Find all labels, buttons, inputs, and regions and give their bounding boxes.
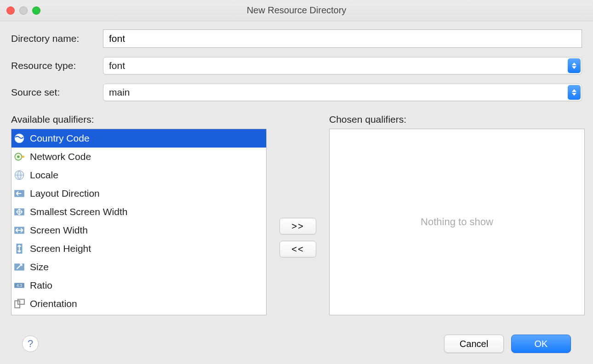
svg-point-2: [17, 155, 19, 158]
network-code-icon: [13, 151, 25, 163]
svg-rect-3: [22, 156, 24, 158]
list-item-label: Screen Height: [30, 243, 91, 254]
chosen-empty-placeholder: Nothing to show: [421, 216, 493, 228]
list-item[interactable]: 4:3Ratio: [11, 276, 266, 295]
dialog-title: New Resource Directory: [0, 5, 593, 16]
source-set-row: Source set: main: [11, 84, 582, 101]
list-item[interactable]: Size: [11, 258, 266, 276]
list-item[interactable]: Network Code: [11, 148, 266, 166]
chosen-qualifiers-list[interactable]: Nothing to show: [329, 129, 585, 315]
minimize-window-icon[interactable]: [19, 6, 28, 15]
smallest-width-icon: [13, 206, 25, 218]
list-item[interactable]: Country Code: [11, 129, 266, 148]
screen-width-icon: [13, 224, 25, 236]
resource-type-label: Resource type:: [11, 60, 103, 71]
chosen-qualifiers-label: Chosen qualifiers:: [329, 114, 585, 125]
dropdown-stepper-icon[interactable]: [568, 58, 581, 73]
list-item-label: Screen Width: [30, 225, 88, 236]
list-item-label: Layout Direction: [30, 188, 100, 199]
list-item[interactable]: Layout Direction: [11, 184, 266, 203]
zoom-window-icon[interactable]: [32, 6, 40, 15]
available-qualifiers-column: Available qualifiers: Country CodeNetwor…: [11, 114, 267, 315]
directory-name-input[interactable]: [103, 29, 582, 48]
resource-type-value: font: [103, 57, 582, 74]
dialog-content: Directory name: Resource type: font Sour…: [0, 21, 593, 364]
source-set-label: Source set:: [11, 87, 103, 98]
list-item[interactable]: Orientation: [11, 295, 266, 313]
dropdown-stepper-icon[interactable]: [568, 85, 581, 100]
resource-type-select[interactable]: font: [103, 57, 582, 74]
source-set-select[interactable]: main: [103, 84, 582, 101]
window-controls: [6, 6, 40, 15]
cancel-button[interactable]: Cancel: [444, 335, 504, 353]
dialog-footer: ? Cancel OK: [11, 324, 582, 364]
list-item[interactable]: Smallest Screen Width: [11, 203, 266, 221]
list-item-label: Network Code: [30, 151, 91, 162]
list-item-label: Size: [30, 262, 49, 273]
add-qualifier-button[interactable]: >>: [279, 218, 316, 234]
list-item[interactable]: Screen Height: [11, 239, 266, 258]
move-buttons: >> <<: [267, 160, 329, 315]
close-window-icon[interactable]: [6, 6, 15, 15]
help-button[interactable]: ?: [22, 336, 39, 352]
locale-icon: [13, 169, 25, 181]
list-item-label: Locale: [30, 170, 58, 181]
list-item[interactable]: Screen Width: [11, 221, 266, 239]
svg-rect-13: [18, 299, 24, 304]
remove-qualifier-button[interactable]: <<: [279, 241, 316, 257]
resource-type-row: Resource type: font: [11, 57, 582, 74]
svg-text:4:3: 4:3: [17, 283, 22, 288]
list-item-label: Orientation: [30, 298, 77, 309]
source-set-value: main: [103, 84, 582, 101]
available-qualifiers-list[interactable]: Country CodeNetwork CodeLocaleLayout Dir…: [11, 129, 267, 315]
directory-name-label: Directory name:: [11, 33, 103, 44]
country-code-icon: [13, 132, 25, 144]
available-qualifiers-label: Available qualifiers:: [11, 114, 267, 125]
ratio-icon: 4:3: [13, 279, 25, 291]
layout-direction-icon: [13, 188, 25, 199]
qualifiers-section: Available qualifiers: Country CodeNetwor…: [11, 114, 582, 315]
chosen-qualifiers-column: Chosen qualifiers: Nothing to show: [329, 114, 585, 315]
orientation-icon: [13, 298, 25, 310]
list-item[interactable]: Locale: [11, 166, 266, 184]
list-item-label: Smallest Screen Width: [30, 206, 127, 217]
ok-button[interactable]: OK: [511, 335, 571, 353]
list-item-label: Country Code: [30, 133, 90, 144]
screen-height-icon: [13, 243, 25, 255]
list-item-label: Ratio: [30, 280, 52, 291]
size-icon: [13, 261, 25, 273]
dialog-window: New Resource Directory Directory name: R…: [0, 0, 593, 364]
directory-name-row: Directory name:: [11, 29, 582, 48]
titlebar: New Resource Directory: [0, 0, 593, 21]
